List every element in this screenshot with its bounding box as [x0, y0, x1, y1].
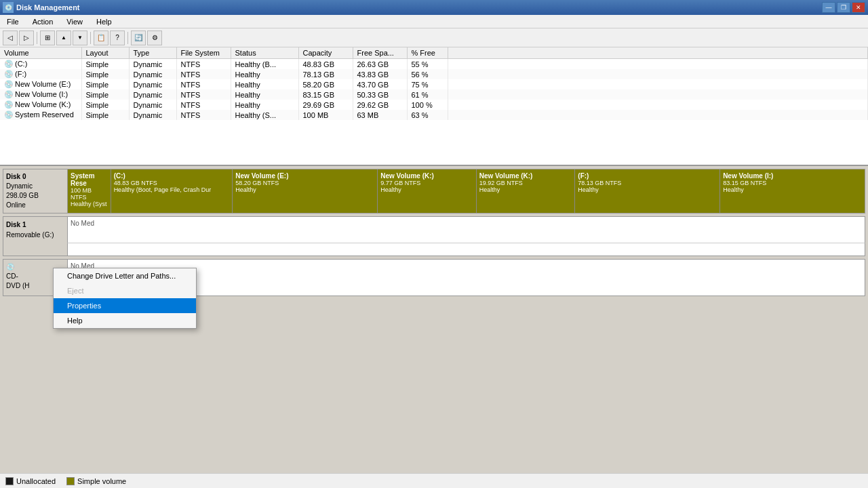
table-cell: 100 % — [407, 100, 448, 110]
table-cell: 💿New Volume (K:) — [0, 100, 81, 110]
table-cell: Simple — [81, 110, 129, 120]
table-cell: NTFS — [176, 69, 231, 79]
col-filesystem[interactable]: File System — [176, 47, 231, 59]
settings-button[interactable]: ⚙ — [147, 30, 162, 45]
table-cell: 63 MB — [353, 110, 407, 120]
disk1-top-row: Disk 1 Removable (G:) No Med — [3, 216, 865, 243]
partition-c[interactable]: (C:) 48.83 GB NTFS Healthy (Boot, Page F… — [111, 169, 233, 213]
table-cell: Simple — [81, 79, 129, 89]
table-cell: Simple — [81, 100, 129, 110]
lower-pane-button[interactable]: ▼ — [73, 30, 87, 45]
table-cell: 💿System Reserved — [0, 110, 81, 120]
table-cell: 29.69 GB — [298, 100, 353, 110]
table-cell: Healthy — [231, 89, 298, 100]
disk0-type: Dynamic — [6, 182, 33, 190]
table-cell: 50.33 GB — [353, 89, 407, 100]
table-cell: 💿New Volume (E:) — [0, 79, 81, 89]
table-cell: NTFS — [176, 59, 231, 70]
table-cell: 48.83 GB — [298, 59, 353, 70]
partition-f[interactable]: (F:) 78.13 GB NTFS Healthy — [575, 169, 720, 213]
simple-label: Simple volume — [77, 477, 126, 485]
close-button[interactable]: ✕ — [852, 2, 865, 13]
disk1-content[interactable]: No Med — [67, 216, 865, 243]
disk1-type: Removable (G:) — [6, 231, 54, 239]
partition-e[interactable]: New Volume (E:) 58.20 GB NTFS Healthy — [233, 169, 378, 213]
cd-type: DVD (H — [6, 282, 29, 289]
menu-help[interactable]: Help — [92, 16, 116, 27]
table-row[interactable]: 💿New Volume (I:)SimpleDynamicNTFSHealthy… — [0, 89, 868, 100]
refresh-button[interactable]: 🔄 — [131, 30, 146, 45]
toolbar-sep-1 — [37, 32, 37, 44]
title-bar: 💿 Disk Management — ❐ ✕ — [0, 0, 868, 15]
legend-simple: Simple volume — [66, 477, 126, 485]
table-cell: 43.70 GB — [353, 79, 407, 89]
table-cell: 💿(C:) — [0, 59, 81, 70]
table-cell: NTFS — [176, 100, 231, 110]
disk1-container: Disk 1 Removable (G:) No Med — [3, 216, 865, 256]
forward-button[interactable]: ▷ — [19, 30, 34, 45]
cd-icon: 💿 — [6, 263, 14, 270]
col-type[interactable]: Type — [129, 47, 176, 59]
table-row[interactable]: 💿New Volume (E:)SimpleDynamicNTFSHealthy… — [0, 79, 868, 89]
menu-action[interactable]: Action — [28, 16, 58, 27]
table-cell: NTFS — [176, 89, 231, 100]
app-icon: 💿 — [3, 2, 14, 13]
disk0-row: Disk 0 Dynamic 298.09 GB Online System R… — [3, 169, 865, 214]
context-menu-properties[interactable]: Properties — [54, 298, 196, 313]
table-cell: Simple — [81, 69, 129, 79]
minimize-button[interactable]: — — [822, 2, 835, 13]
table-cell: 83.15 GB — [298, 89, 353, 100]
table-cell: Dynamic — [129, 110, 176, 120]
table-cell: 💿(F:) — [0, 69, 81, 79]
toolbar-sep-3 — [127, 32, 128, 44]
partition-k2[interactable]: New Volume (K:) 19.92 GB NTFS Healthy — [477, 169, 576, 213]
col-pctfree[interactable]: % Free — [407, 47, 448, 59]
table-cell: 58.20 GB — [298, 79, 353, 89]
col-capacity[interactable]: Capacity — [298, 47, 353, 59]
back-button[interactable]: ◁ — [3, 30, 18, 45]
col-free[interactable]: Free Spa... — [353, 47, 407, 59]
table-cell: 56 % — [407, 69, 448, 79]
col-status[interactable]: Status — [231, 47, 298, 59]
menu-view[interactable]: View — [62, 16, 87, 27]
disk1-name: Disk 1 — [6, 221, 26, 228]
disk1-no-media: No Med — [71, 220, 94, 227]
unallocated-label: Unallocated — [16, 477, 56, 485]
restore-button[interactable]: ❐ — [837, 2, 850, 13]
table-row[interactable]: 💿(F:)SimpleDynamicNTFSHealthy78.13 GB43.… — [0, 69, 868, 79]
table-cell: Healthy — [231, 100, 298, 110]
upper-pane-button[interactable]: ▲ — [56, 30, 71, 45]
context-menu-change-letter[interactable]: Change Drive Letter and Paths... — [54, 268, 196, 283]
menu-bar: File Action View Help — [0, 15, 868, 28]
help-button[interactable]: ? — [110, 30, 125, 45]
disk1-label-bottom — [3, 243, 67, 256]
table-cell: 29.62 GB — [353, 100, 407, 110]
context-menu-help[interactable]: Help — [54, 313, 196, 328]
show-hide-console-button[interactable]: ⊞ — [40, 30, 55, 45]
partition-i[interactable]: New Volume (I:) 83.15 GB NTFS Healthy — [720, 169, 865, 213]
table-cell: Healthy (S... — [231, 110, 298, 120]
partition-system-reserved[interactable]: System Rese 100 MB NTFS Healthy (Syst — [68, 169, 111, 213]
table-cell: 43.83 GB — [353, 69, 407, 79]
disk1-content-bottom — [67, 243, 865, 256]
col-layout[interactable]: Layout — [81, 47, 129, 59]
table-cell: Dynamic — [129, 100, 176, 110]
disk0-status: Online — [6, 201, 26, 209]
volume-table: Volume Layout Type File System Status Ca… — [0, 47, 868, 120]
menu-file[interactable]: File — [3, 16, 23, 27]
disk1-bottom-row — [3, 243, 865, 256]
table-row[interactable]: 💿New Volume (K:)SimpleDynamicNTFSHealthy… — [0, 100, 868, 110]
simple-swatch — [66, 477, 75, 485]
table-cell: Simple — [81, 59, 129, 70]
table-row[interactable]: 💿(C:)SimpleDynamicNTFSHealthy (B...48.83… — [0, 59, 868, 70]
table-row[interactable]: 💿System ReservedSimpleDynamicNTFSHealthy… — [0, 110, 868, 120]
col-volume[interactable]: Volume — [0, 47, 81, 59]
table-cell: Dynamic — [129, 59, 176, 70]
disk1-label: Disk 1 Removable (G:) — [3, 216, 67, 243]
toolbar-sep-2 — [90, 32, 91, 44]
table-cell: 55 % — [407, 59, 448, 70]
table-cell: Dynamic — [129, 69, 176, 79]
partition-k1[interactable]: New Volume (K:) 9.77 GB NTFS Healthy — [378, 169, 477, 213]
volume-table-container: Volume Layout Type File System Status Ca… — [0, 47, 868, 166]
properties-button[interactable]: 📋 — [94, 30, 108, 45]
